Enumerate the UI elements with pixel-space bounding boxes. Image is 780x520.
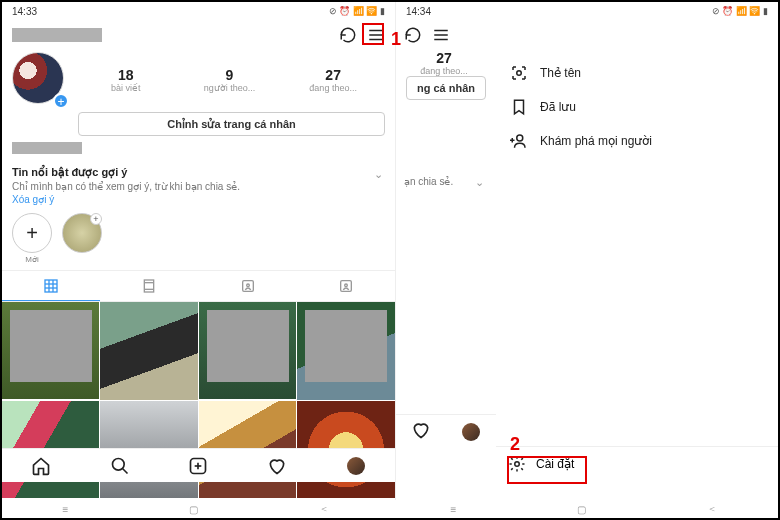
menu-label: Thẻ tên (540, 66, 581, 80)
phone-left: 14:33 ⊘ ⏰ 📶 🛜 ▮ + 18bài viết 9người the (2, 2, 395, 500)
back-icon[interactable]: ＜ (707, 502, 717, 516)
suggested-highlights: ⌄ Tin nổi bật được gợi ý Chỉ mình bạn có… (2, 160, 395, 209)
bottom-nav-fragment (396, 414, 496, 448)
suggest-subtitle: Chỉ mình bạn có thể xem gợi ý, trừ khi b… (12, 180, 385, 193)
activity-icon[interactable] (411, 420, 431, 444)
bottom-nav (2, 448, 395, 482)
edit-profile-button[interactable]: Chỉnh sửa trang cá nhân (78, 112, 385, 136)
stat-following[interactable]: 27đang theo... (281, 67, 385, 93)
add-story-icon[interactable]: + (53, 93, 69, 109)
post-thumb[interactable] (199, 302, 296, 399)
profile-stats: 18bài viết 9người theo... 27đang theo... (74, 67, 385, 93)
tab-grid[interactable] (2, 271, 100, 301)
plus-icon: + (12, 213, 52, 253)
profile-nav-icon[interactable] (462, 423, 480, 441)
chevron-down-icon[interactable]: ⌄ (475, 176, 484, 189)
nametag-icon (510, 64, 528, 82)
status-bar: 14:33 ⊘ ⏰ 📶 🛜 ▮ (2, 2, 395, 20)
svg-point-14 (345, 284, 348, 287)
menu-label: Khám phá mọi người (540, 134, 652, 148)
archive-icon[interactable] (404, 26, 422, 44)
svg-point-12 (246, 284, 249, 287)
search-icon[interactable] (110, 456, 130, 476)
settings-label: Cài đặt (536, 457, 574, 471)
post-thumb[interactable] (297, 302, 395, 400)
profile-tabs (2, 270, 395, 302)
phone-right: 14:34 ⊘ ⏰ 📶 🛜 ▮ 27đang theo... ng cá nh (395, 2, 778, 500)
svg-point-15 (112, 458, 124, 470)
menu-saved[interactable]: Đã lưu (500, 90, 662, 124)
recent-apps-icon[interactable]: ≡ (451, 504, 457, 515)
system-nav-row: ≡ ▢ ＜ ≡ ▢ ＜ (2, 500, 778, 518)
home-icon[interactable] (31, 456, 51, 476)
username-redacted[interactable] (12, 28, 102, 42)
recent-apps-icon[interactable]: ≡ (63, 504, 69, 515)
tab-tagged-2[interactable] (297, 271, 395, 301)
avatar[interactable]: + (12, 52, 68, 108)
svg-point-24 (517, 135, 523, 141)
post-thumb[interactable] (100, 302, 198, 400)
home-button-icon[interactable]: ▢ (577, 504, 586, 515)
clock: 14:33 (12, 6, 37, 17)
status-icons: ⊘ ⏰ 📶 🛜 ▮ (329, 6, 385, 16)
tab-feed[interactable] (100, 271, 198, 301)
menu-nametag[interactable]: Thẻ tên (500, 56, 662, 90)
svg-line-16 (122, 468, 127, 473)
menu-label: Đã lưu (540, 100, 576, 114)
svg-rect-3 (45, 280, 57, 292)
display-name-redacted (12, 142, 82, 154)
back-icon[interactable]: ＜ (319, 502, 329, 516)
profile-header: + 18bài viết 9người theo... 27đang theo.… (2, 50, 395, 112)
hamburger-icon[interactable] (432, 26, 450, 44)
highlight-suggested[interactable]: + (62, 213, 102, 264)
stat-following[interactable]: 27đang theo... (395, 50, 496, 76)
profile-topbar (396, 20, 778, 50)
tab-tagged[interactable] (199, 271, 297, 301)
svg-point-27 (515, 461, 520, 466)
new-post-icon[interactable] (188, 456, 208, 476)
bookmark-icon (510, 98, 528, 116)
menu-discover-people[interactable]: Khám phá mọi người (500, 124, 662, 158)
profile-topbar (2, 20, 395, 50)
stat-posts[interactable]: 18bài viết (74, 67, 178, 93)
edit-profile-button-fragment[interactable]: ng cá nhân (406, 76, 486, 100)
home-button-icon[interactable]: ▢ (189, 504, 198, 515)
profile-nav-icon[interactable] (346, 456, 366, 476)
suggest-title: Tin nổi bật được gợi ý (12, 166, 385, 179)
highlight-new[interactable]: +Mới (12, 213, 52, 264)
highlights-row: +Mới + (2, 209, 395, 268)
add-people-icon (510, 132, 528, 150)
settings-button[interactable]: Cài đặt (496, 446, 778, 480)
clear-suggestions-link[interactable]: Xóa gợi ý (12, 194, 385, 205)
gear-icon (508, 455, 526, 473)
clock: 14:34 (406, 6, 431, 17)
status-bar: 14:34 ⊘ ⏰ 📶 🛜 ▮ (396, 2, 778, 20)
svg-rect-8 (145, 280, 154, 292)
activity-icon[interactable] (267, 456, 287, 476)
archive-icon[interactable] (339, 26, 357, 44)
post-thumb[interactable] (2, 302, 99, 399)
status-icons: ⊘ ⏰ 📶 🛜 ▮ (712, 6, 768, 16)
mini-plus-icon: + (90, 213, 102, 225)
hamburger-icon[interactable] (367, 26, 385, 44)
stat-followers[interactable]: 9người theo... (178, 67, 282, 93)
side-menu: Thẻ tên Đã lưu Khám phá mọi người (496, 50, 666, 192)
chevron-down-icon[interactable]: ⌄ (374, 168, 383, 181)
suggest-fragment: ạn chia sẻ. (404, 175, 486, 188)
svg-point-23 (517, 71, 522, 76)
